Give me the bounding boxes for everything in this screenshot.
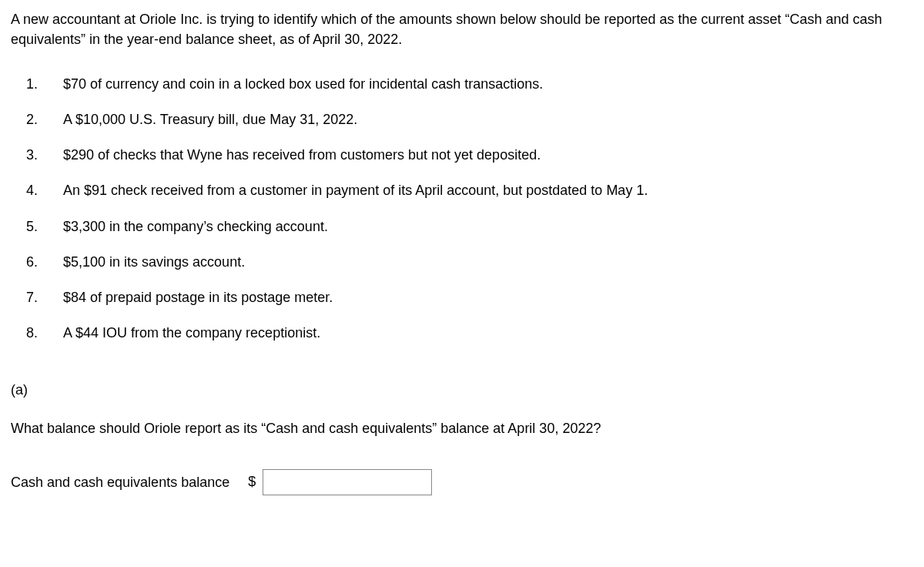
item-text: $5,100 in its savings account. [63,252,913,272]
list-item: 5. $3,300 in the company’s checking acco… [26,216,913,237]
item-text: $290 of checks that Wyne has received fr… [63,145,913,165]
item-list: 1. $70 of currency and coin in a locked … [26,74,913,343]
item-number: 2. [26,109,63,129]
list-item: 8. A $44 IOU from the company receptioni… [26,323,913,343]
list-item: 2. A $10,000 U.S. Treasury bill, due May… [26,109,913,129]
list-item: 1. $70 of currency and coin in a locked … [26,74,913,94]
item-number: 1. [26,74,63,94]
list-item: 3. $290 of checks that Wyne has received… [26,145,913,165]
item-number: 8. [26,323,63,343]
item-text: A $10,000 U.S. Treasury bill, due May 31… [63,109,913,129]
list-item: 7. $84 of prepaid postage in its postage… [26,287,913,307]
item-text: A $44 IOU from the company receptionist. [63,323,913,343]
item-text: $84 of prepaid postage in its postage me… [63,287,913,307]
item-number: 4. [26,180,63,200]
answer-input-group: $ [245,469,432,495]
intro-paragraph: A new accountant at Oriole Inc. is tryin… [11,9,913,49]
item-text: An $91 check received from a customer in… [63,180,913,200]
answer-input[interactable] [263,469,432,495]
item-number: 7. [26,287,63,307]
list-item: 6. $5,100 in its savings account. [26,252,913,272]
item-number: 6. [26,252,63,272]
item-number: 3. [26,145,63,165]
item-number: 5. [26,216,63,237]
currency-symbol: $ [248,474,256,489]
item-text: $70 of currency and coin in a locked box… [63,74,913,94]
list-item: 4. An $91 check received from a customer… [26,180,913,200]
part-label: (a) [11,380,913,400]
answer-label: Cash and cash equivalents balance [11,472,229,492]
question-text: What balance should Oriole report as its… [11,418,913,438]
answer-row: Cash and cash equivalents balance $ [11,469,913,495]
item-text: $3,300 in the company’s checking account… [63,216,913,237]
